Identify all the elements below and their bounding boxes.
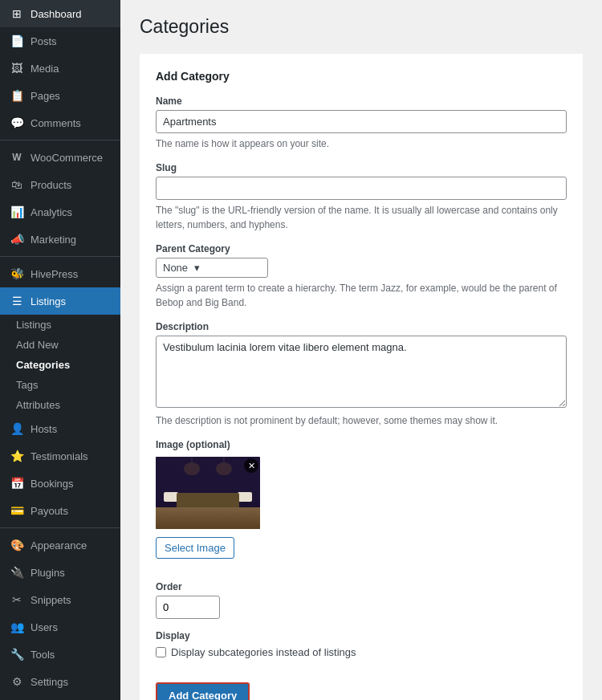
woocommerce-icon: W <box>10 150 24 165</box>
payouts-icon: 💳 <box>10 503 24 518</box>
description-group: Description Vestibulum lacinia lorem vit… <box>156 321 567 428</box>
hosts-icon: 👤 <box>10 421 24 436</box>
sidebar-item-hivepress[interactable]: 🐝 HivePress <box>0 260 120 287</box>
sidebar-label-woocommerce: WooCommerce <box>31 152 103 164</box>
display-checkbox[interactable] <box>156 647 166 657</box>
sidebar-item-bookings[interactable]: 📅 Bookings <box>0 470 120 497</box>
parent-label: Parent Category <box>156 243 567 254</box>
display-label: Display <box>156 630 567 641</box>
select-image-button[interactable]: Select Image <box>156 537 234 559</box>
sidebar-item-products[interactable]: 🛍 Products <box>0 171 120 198</box>
sidebar-item-listings[interactable]: ☰ Listings <box>0 287 120 315</box>
svg-rect-11 <box>184 507 198 516</box>
sidebar-label-pages: Pages <box>31 90 60 102</box>
sidebar-item-loco-translate[interactable]: 🌐 Loco Translate <box>0 695 120 700</box>
description-textarea[interactable]: Vestibulum lacinia lorem vitae libero el… <box>156 336 567 408</box>
comments-icon: 💬 <box>10 116 24 130</box>
settings-icon: ⚙ <box>10 674 24 689</box>
sidebar-label-marketing: Marketing <box>31 234 76 246</box>
sidebar-item-analytics[interactable]: 📊 Analytics <box>0 198 120 226</box>
sidebar-item-appearance[interactable]: 🎨 Appearance <box>0 531 120 559</box>
analytics-icon: 📊 <box>10 205 24 219</box>
sidebar-item-marketing[interactable]: 📣 Marketing <box>0 226 120 253</box>
sidebar-label-products: Products <box>31 179 71 191</box>
sidebar-label-bookings: Bookings <box>31 478 73 490</box>
slug-label: Slug <box>156 162 567 173</box>
sidebar-label-posts: Posts <box>31 35 57 47</box>
sidebar-item-users[interactable]: 👥 Users <box>0 613 120 641</box>
tools-icon: 🔧 <box>10 647 24 661</box>
sidebar-item-comments[interactable]: 💬 Comments <box>0 109 120 136</box>
order-input[interactable] <box>156 596 220 619</box>
add-category-button[interactable]: Add Category <box>156 682 250 700</box>
svg-rect-8 <box>233 502 236 514</box>
sidebar-subitem-tags[interactable]: Tags <box>0 375 120 395</box>
sidebar-label-users: Users <box>31 621 58 633</box>
sidebar-item-plugins[interactable]: 🔌 Plugins <box>0 559 120 586</box>
sidebar-item-payouts[interactable]: 💳 Payouts <box>0 497 120 524</box>
description-label: Description <box>156 321 567 332</box>
subitem-label-categories: Categories <box>16 359 70 371</box>
name-input[interactable] <box>156 110 567 133</box>
sidebar-item-woocommerce[interactable]: W WooCommerce <box>0 144 120 171</box>
name-hint: The name is how it appears on your site. <box>156 136 567 151</box>
sidebar-label-settings: Settings <box>31 676 68 688</box>
listings-icon: ☰ <box>10 294 24 308</box>
svg-rect-10 <box>238 492 252 502</box>
parent-value: None <box>163 262 188 274</box>
sidebar-label-payouts: Payouts <box>31 505 68 517</box>
parent-select[interactable]: None ▾ <box>156 258 268 278</box>
sidebar-item-testimonials[interactable]: ⭐ Testimonials <box>0 442 120 470</box>
sidebar-item-pages[interactable]: 📋 Pages <box>0 82 120 109</box>
sidebar-item-snippets[interactable]: ✂ Snippets <box>0 586 120 613</box>
sidebar-subitem-add-new[interactable]: Add New <box>0 335 120 355</box>
sidebar-item-dashboard[interactable]: ⊞ Dashboard <box>0 0 120 27</box>
sidebar-subitem-listings[interactable]: Listings <box>0 315 120 335</box>
sidebar-label-media: Media <box>31 63 59 75</box>
sidebar-item-settings[interactable]: ⚙ Settings <box>0 668 120 695</box>
parent-category-group: Parent Category None ▾ Assign a parent t… <box>156 243 567 310</box>
sidebar-label-appearance: Appearance <box>31 539 87 551</box>
sidebar-label-plugins: Plugins <box>31 567 65 579</box>
testimonials-icon: ⭐ <box>10 449 24 463</box>
slug-input[interactable] <box>156 177 567 200</box>
sidebar-label-comments: Comments <box>31 117 81 129</box>
products-icon: 🛍 <box>10 177 24 192</box>
sidebar-label-tools: Tools <box>31 649 55 661</box>
sidebar-item-media[interactable]: 🖼 Media <box>0 55 120 82</box>
slug-hint: The "slug" is the URL-friendly version o… <box>156 203 567 232</box>
plugins-icon: 🔌 <box>10 565 24 580</box>
slug-group: Slug The "slug" is the URL-friendly vers… <box>156 162 567 232</box>
svg-rect-12 <box>218 507 232 516</box>
dashboard-icon: ⊞ <box>10 6 24 21</box>
description-hint: The description is not prominent by defa… <box>156 413 567 428</box>
order-label: Order <box>156 581 567 592</box>
users-icon: 👥 <box>10 620 24 634</box>
sidebar-label-snippets: Snippets <box>31 594 71 606</box>
name-label: Name <box>156 96 567 107</box>
sidebar-subitem-categories[interactable]: Categories <box>0 355 120 375</box>
subitem-label-attributes: Attributes <box>16 399 60 411</box>
pages-icon: 📋 <box>10 88 24 103</box>
sidebar-item-posts[interactable]: 📄 Posts <box>0 27 120 55</box>
sidebar-subitem-attributes[interactable]: Attributes <box>0 395 120 415</box>
bookings-icon: 📅 <box>10 476 24 490</box>
name-group: Name The name is how it appears on your … <box>156 96 567 151</box>
hivepress-icon: 🐝 <box>10 267 24 281</box>
sidebar-label-listings: Listings <box>31 295 66 307</box>
display-group: Display Display subcategories instead of… <box>156 630 567 658</box>
sidebar-item-hosts[interactable]: 👤 Hosts <box>0 415 120 442</box>
image-remove-button[interactable]: ✕ <box>244 458 258 473</box>
order-group: Order <box>156 581 567 619</box>
subitem-label-listings: Listings <box>16 319 51 331</box>
image-preview-wrap: ✕ <box>156 457 260 529</box>
appearance-icon: 🎨 <box>10 538 24 552</box>
sidebar-label-hosts: Hosts <box>31 423 57 435</box>
main-content: Categories Add Category Name The name is… <box>120 0 602 700</box>
display-checkbox-row: Display subcategories instead of listing… <box>156 646 567 658</box>
svg-rect-13 <box>156 513 260 529</box>
chevron-down-icon: ▾ <box>194 262 200 274</box>
subitem-label-tags: Tags <box>16 379 38 391</box>
snippets-icon: ✂ <box>10 592 24 607</box>
sidebar-item-tools[interactable]: 🔧 Tools <box>0 641 120 668</box>
